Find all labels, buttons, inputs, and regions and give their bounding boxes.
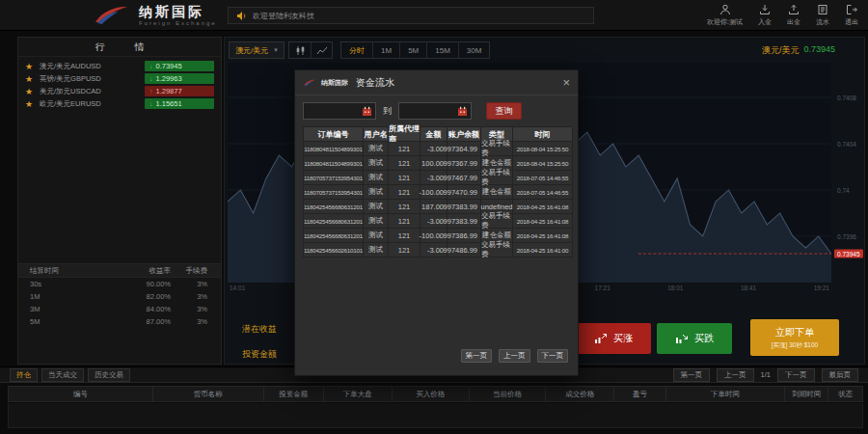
cell-username: 测试 <box>364 142 389 156</box>
cell-agent: 121 <box>389 142 420 156</box>
y-tick-label: 0.7396 <box>837 233 856 240</box>
pair-ticker: 澳元/美元 0.73945 <box>762 44 835 57</box>
line-chart-button[interactable] <box>311 42 332 58</box>
col-time: 时间 <box>513 127 573 142</box>
orders-pagination: 第一页 上一页 1/1 下一页 最后页 <box>673 368 858 382</box>
modal-brand-swoosh-icon <box>303 78 316 88</box>
modal-pagination: 第一页 上一页 下一页 <box>461 349 569 363</box>
welcome-user[interactable]: 欢迎你:测试 <box>707 4 743 27</box>
quote-name: 欧元/美元EURUSD <box>40 99 145 109</box>
modal-brand-name: 纳斯国际 <box>321 78 348 88</box>
orders-prev-page-button[interactable]: 上一页 <box>717 368 754 382</box>
order-now-button[interactable]: 立即下单 [买涨] 30秒 $100 <box>750 319 839 356</box>
quote-price: 0.73945 <box>156 62 182 70</box>
cell-balance: 997364.99 <box>448 142 481 156</box>
funds-table-row: 1180425456680631201 测试 121 -3.00 997383.… <box>304 214 570 229</box>
cell-username: 测试 <box>364 185 389 200</box>
orders-table-body-empty <box>8 403 863 428</box>
modal-first-page-button[interactable]: 第一页 <box>461 349 493 363</box>
settlement-row[interactable]: 3M 84.00% 3% <box>18 303 221 315</box>
timeframe-30m[interactable]: 30M <box>458 42 490 58</box>
statement-icon <box>817 4 828 15</box>
y-tick-label: 0.7408 <box>837 95 856 101</box>
date-range-to-label: 到 <box>383 105 392 118</box>
cell-username: 测试 <box>364 243 389 258</box>
cell-type: 交易手续费 <box>481 214 513 229</box>
favorite-star-icon[interactable]: ★ <box>25 62 40 71</box>
menu-withdraw[interactable]: 出金 <box>787 4 800 27</box>
modal-next-page-button[interactable]: 下一页 <box>537 349 569 363</box>
funds-flow-modal: 纳斯国际 资金流水 × 到 <box>294 69 579 376</box>
favorite-star-icon[interactable]: ★ <box>25 87 40 96</box>
pair-ticker-value: 0.73945 <box>803 44 835 57</box>
modal-prev-page-button[interactable]: 上一页 <box>499 349 530 363</box>
cell-balance: 997470.99 <box>448 185 481 200</box>
cell-agent: 121 <box>389 229 420 243</box>
date-from-input[interactable] <box>303 102 376 120</box>
order-now-label: 立即下单 <box>775 326 814 339</box>
timeframe-5m[interactable]: 5M <box>399 42 426 58</box>
chevron-down-icon: ▾ <box>274 46 278 54</box>
orders-last-page-button[interactable]: 最后页 <box>822 368 859 382</box>
quote-row-audusd[interactable]: ★ 澳元/美元AUDUSD ↓0.73945 <box>18 60 221 72</box>
trend-arrow-icon: ↓ <box>149 63 153 69</box>
logout-label: 退出 <box>845 17 858 27</box>
tab-history[interactable]: 历史交易 <box>88 368 130 382</box>
top-bar: 纳斯国际 Foreign Exchange 欢迎登陆利友科技 欢迎你:测试 <box>0 0 868 31</box>
timeframe-15m[interactable]: 15M <box>426 42 458 58</box>
quote-price-pill: ↓0.73945 <box>145 61 214 71</box>
timeframe-1m[interactable]: 1M <box>372 42 399 58</box>
menu-deposit[interactable]: 入金 <box>758 4 772 27</box>
quote-row-usdcad[interactable]: ★ 美元/加元USDCAD ↑1.29877 <box>18 85 221 97</box>
logout-icon <box>846 4 857 15</box>
quote-row-gbpusd[interactable]: ★ 英镑/美元GBPUSD ↓1.29963 <box>18 72 221 85</box>
cell-type: 交易手续费 <box>481 243 513 258</box>
cell-agent: 121 <box>389 214 420 229</box>
orders-col-current-price: 当前价格 <box>470 387 547 401</box>
pair-select-dropdown[interactable]: 澳元/美元 ▾ <box>229 41 285 59</box>
cell-time: 2018-08-04 15:25:50 <box>513 156 573 171</box>
tab-positions[interactable]: 持仓 <box>10 368 38 382</box>
tab-today-deals[interactable]: 当天成交 <box>41 368 84 382</box>
orders-first-page-button[interactable]: 第一页 <box>673 368 711 382</box>
quote-price-pill: ↓1.29963 <box>145 73 214 84</box>
orders-next-page-button[interactable]: 下一页 <box>777 368 815 382</box>
close-icon[interactable]: × <box>562 76 570 89</box>
menu-statement[interactable]: 流水 <box>816 4 829 27</box>
cell-time: 2018-07-05 14:46:55 <box>513 171 573 185</box>
pair-ticker-label: 澳元/美元 <box>762 44 800 57</box>
settlement-col-fee: 手续费 <box>171 266 221 276</box>
buy-up-button[interactable]: 买涨 <box>576 323 651 354</box>
pair-select-value: 澳元/美元 <box>235 45 268 56</box>
buy-down-button[interactable]: 买跌 <box>657 323 732 354</box>
cell-agent: 121 <box>389 156 420 171</box>
menu-logout[interactable]: 退出 <box>845 4 858 27</box>
order-now-summary: [买涨] 30秒 $100 <box>772 341 818 350</box>
favorite-star-icon[interactable]: ★ <box>25 74 40 84</box>
quote-row-eurusd[interactable]: ★ 欧元/美元EURUSD ↓1.15651 <box>18 97 221 110</box>
timeframe-fenshi[interactable]: 分时 <box>341 42 372 58</box>
settlement-fee: 3% <box>171 305 221 313</box>
query-button[interactable]: 查询 <box>486 102 522 120</box>
cell-username: 测试 <box>364 229 389 243</box>
quote-name: 英镑/美元GBPUSD <box>40 74 145 84</box>
quotes-list: ★ 澳元/美元AUDUSD ↓0.73945 ★ 英镑/美元GBPUSD ↓1.… <box>18 57 221 110</box>
candlestick-chart-button[interactable] <box>289 42 311 58</box>
settlement-row[interactable]: 1M 82.00% 3% <box>18 290 221 303</box>
settlement-row[interactable]: 30s 90.00% 3% <box>18 278 221 290</box>
settlement-rate: 84.00% <box>115 305 171 313</box>
funds-table-row: 1180804811504899301 测试 121 100.00 997367… <box>304 156 570 171</box>
date-to-input[interactable] <box>398 102 472 120</box>
trading-app: 纳斯国际 Foreign Exchange 欢迎登陆利友科技 欢迎你:测试 <box>0 0 868 434</box>
favorite-star-icon[interactable]: ★ <box>25 99 40 109</box>
cell-balance: 997386.99 <box>448 229 481 243</box>
invest-amount-label: 投资金额 <box>242 348 277 361</box>
modal-header: 纳斯国际 资金流水 × <box>295 70 578 95</box>
settlement-fee: 3% <box>171 317 221 326</box>
settlement-row[interactable]: 5M 87.00% 3% <box>18 315 221 328</box>
orders-col-market: 下单大盘 <box>324 387 393 401</box>
modal-filter-row: 到 查询 <box>295 95 578 124</box>
withdraw-icon <box>788 4 800 15</box>
cell-order-id: 1180705737153954301 <box>304 185 364 200</box>
settlement-rate: 87.00% <box>115 317 171 326</box>
